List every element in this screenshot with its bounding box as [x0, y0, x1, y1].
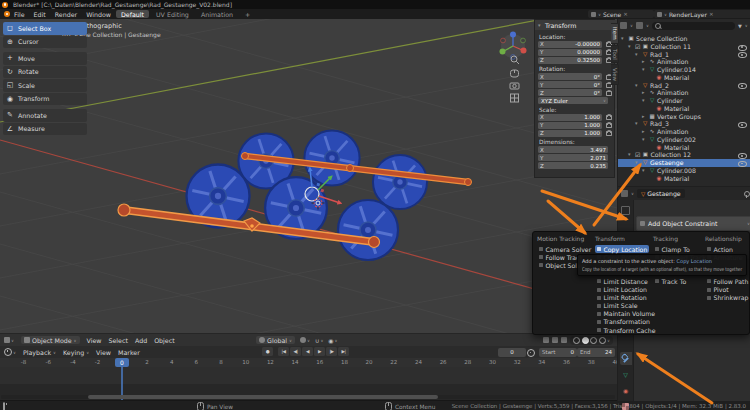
- search-input[interactable]: [652, 22, 735, 30]
- disclosure-icon[interactable]: ▾: [621, 35, 626, 43]
- outliner-row-animation[interactable]: ▸∿Animation: [618, 128, 750, 136]
- panel-tab-item[interactable]: Item: [611, 23, 619, 44]
- timeline-menu-view[interactable]: View: [96, 349, 111, 356]
- field-dimensions-y[interactable]: Y2.071: [538, 154, 608, 161]
- breadcrumb[interactable]: ▽ Gestaenge: [637, 189, 685, 198]
- outliner-row-cylinder-008[interactable]: ▾▽Cylinder.008: [618, 167, 750, 175]
- disclosure-icon[interactable]: ▸: [642, 89, 647, 97]
- tool-transform[interactable]: ◉Transform: [3, 93, 87, 106]
- field-rotation-x[interactable]: X0°: [538, 73, 602, 80]
- play-back-button[interactable]: ◀: [302, 347, 313, 356]
- outliner-row-material[interactable]: ◉Material: [618, 74, 750, 82]
- constraint-item-follow-path[interactable]: Follow Path: [705, 277, 750, 285]
- disclosure-icon[interactable]: ▾: [628, 151, 633, 159]
- outliner-row-rad-2[interactable]: ▾▽Rad_2: [618, 82, 750, 90]
- outliner-row-cylinder-002[interactable]: ▾▽Cylinder.002: [618, 136, 750, 144]
- wheel[interactable]: [304, 130, 359, 185]
- viewport-menu-add[interactable]: Add: [135, 337, 147, 344]
- field-dimensions-z[interactable]: Z0.235: [538, 162, 608, 169]
- jump-end-button[interactable]: ▶|: [338, 347, 349, 356]
- timeline-menu-marker[interactable]: Marker: [118, 349, 140, 356]
- disclosure-icon[interactable]: ▾: [628, 43, 633, 51]
- timeline-editor-button[interactable]: ∨: [4, 348, 16, 356]
- outliner-row-material[interactable]: ◉Material: [618, 144, 750, 152]
- tool-cursor[interactable]: ⊕Cursor: [3, 36, 87, 49]
- scene-selector[interactable]: ∨ Scene ×: [588, 10, 654, 18]
- properties-tab-constraint[interactable]: [620, 352, 632, 365]
- disclosure-icon[interactable]: ▾: [642, 136, 647, 144]
- outliner-row-collection-12[interactable]: ▾☑▣Collection 12: [618, 151, 750, 159]
- field-scale-z[interactable]: Z1.000: [538, 130, 602, 137]
- outliner-row-vertex-groups[interactable]: ▸▦Vertex Groups: [618, 113, 750, 121]
- checkbox-icon[interactable]: ☑: [635, 151, 640, 159]
- workspace-tab-uv-editing[interactable]: UV Editing: [151, 10, 194, 18]
- close-icon[interactable]: ×: [709, 11, 714, 17]
- constraint-item-maintain-volume[interactable]: Maintain Volume: [595, 310, 657, 318]
- filter-funnel-icon[interactable]: ▼: [738, 23, 742, 29]
- outliner-row-animation[interactable]: ▸∿Animation: [618, 89, 750, 97]
- workspace-tab-add[interactable]: +: [240, 10, 255, 18]
- outliner-row-gestaenge[interactable]: ▾▽Gestaenge: [618, 159, 750, 167]
- constraint-item-pivot[interactable]: Pivot: [705, 286, 731, 294]
- display-mode-icon[interactable]: [620, 22, 627, 29]
- wireframe-shading-icon[interactable]: [573, 337, 580, 344]
- gizmo-toggle-icon[interactable]: [543, 337, 549, 343]
- orientation-select[interactable]: Global∨: [256, 336, 295, 344]
- properties-tab-object-data[interactable]: ▽: [620, 368, 632, 381]
- wheel[interactable]: [373, 155, 427, 209]
- keying-set-icon[interactable]: [527, 349, 535, 357]
- close-icon[interactable]: ×: [623, 11, 628, 17]
- disclosure-icon[interactable]: ▾: [642, 66, 647, 74]
- start-frame-field[interactable]: Start0: [539, 348, 577, 357]
- solid-shading-icon[interactable]: [582, 337, 589, 344]
- menubar-item-file[interactable]: File: [14, 11, 25, 18]
- tool-scale[interactable]: ◱Scale: [3, 79, 87, 92]
- panel-tab-view[interactable]: View: [611, 64, 619, 85]
- end-frame-field[interactable]: End24: [577, 348, 615, 357]
- record-button[interactable]: ●: [262, 347, 273, 356]
- prev-key-button[interactable]: ◀|: [290, 347, 301, 356]
- outliner-row-cylinder[interactable]: ▾▽Cylinder: [618, 97, 750, 105]
- add-constraint-button[interactable]: Add Object Constraint ∨: [636, 216, 750, 231]
- transform-panel-header[interactable]: ▾ Transform: [535, 20, 617, 30]
- disclosure-icon[interactable]: ▾: [642, 167, 647, 175]
- xray-toggle-icon[interactable]: [561, 337, 567, 343]
- lock-icon[interactable]: [606, 115, 612, 120]
- disclosure-icon[interactable]: ▾: [635, 120, 640, 128]
- tool-select-box[interactable]: ◻Select Box: [3, 22, 87, 35]
- viewport-menu-select[interactable]: Select: [109, 337, 128, 344]
- tool-tab-icon[interactable]: [621, 206, 630, 215]
- properties-tab-material[interactable]: ◉: [620, 384, 632, 397]
- constraint-item-action[interactable]: Action: [705, 245, 735, 253]
- pin-icon[interactable]: [744, 191, 750, 197]
- viewport-3d[interactable]: User Orthographic (0) Scene Collection |…: [0, 19, 617, 345]
- viewport-menu-view[interactable]: View: [87, 337, 102, 344]
- properties-tab-texture[interactable]: [620, 400, 632, 410]
- scene-filter-icon[interactable]: [636, 22, 643, 29]
- constraint-item-shrinkwrap[interactable]: Shrinkwrap: [705, 294, 750, 302]
- current-frame-field[interactable]: 0: [498, 348, 526, 357]
- lock-icon[interactable]: [606, 123, 612, 128]
- menubar-item-edit[interactable]: Edit: [34, 11, 46, 18]
- outliner-row-collection-11[interactable]: ▾☑▣Collection 11: [618, 43, 750, 51]
- outliner-row-rad-3[interactable]: ▾▽Rad_3: [618, 120, 750, 128]
- rotation-mode-select[interactable]: XYZ Euler∨: [538, 97, 608, 104]
- workspace-tab-default[interactable]: Default: [116, 10, 149, 18]
- rendered-shading-icon[interactable]: [599, 337, 606, 344]
- mode-select[interactable]: Object Mode∨: [21, 336, 80, 344]
- jump-start-button[interactable]: |◀: [278, 347, 289, 356]
- tool-annotate[interactable]: ✎Annotate: [3, 109, 87, 122]
- disclosure-icon[interactable]: ▾: [635, 51, 640, 59]
- lock-icon[interactable]: [606, 91, 612, 96]
- panel-tab-tool[interactable]: Tool: [611, 45, 619, 64]
- disclosure-icon[interactable]: ▸: [642, 58, 647, 66]
- constraint-item-limit-scale[interactable]: Limit Scale: [595, 302, 639, 310]
- camera-view-icon[interactable]: [510, 83, 519, 89]
- outliner-row-scene-collection[interactable]: ▾▣Scene Collection: [618, 35, 750, 43]
- disclosure-icon[interactable]: ▸: [642, 128, 647, 136]
- tool-rotate[interactable]: ↻Rotate: [3, 66, 87, 79]
- field-location-z[interactable]: Z0.32500: [538, 57, 602, 64]
- menubar-item-render[interactable]: Render: [55, 11, 77, 18]
- outliner-row-cylinder-014[interactable]: ▾▽Cylinder.014: [618, 66, 750, 74]
- properties-editor-icon[interactable]: [621, 190, 628, 197]
